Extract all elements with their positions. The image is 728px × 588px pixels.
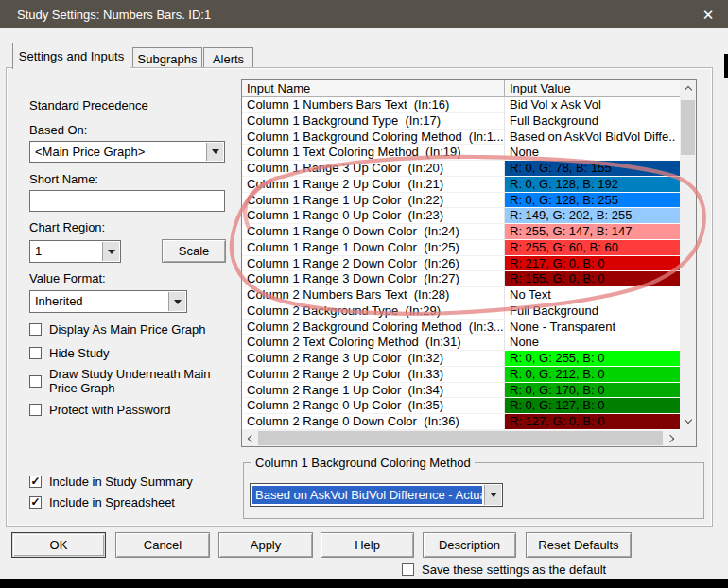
scroll-left-icon[interactable]	[242, 430, 258, 446]
coloring-method-selected-value: Based on AskVol BidVol Difference - Actu…	[252, 486, 482, 504]
table-row[interactable]: Column 2 Numbers Bars Text (In:28)No Tex…	[242, 287, 680, 303]
value-format-label: Value Format:	[29, 271, 106, 285]
input-value-cell: R: 217, G: 0, B: 0	[505, 256, 680, 272]
table-row[interactable]: Column 1 Range 2 Down Color (In:26)R: 21…	[242, 256, 680, 272]
short-name-input[interactable]	[29, 190, 225, 212]
checkbox-icon[interactable]	[29, 476, 42, 488]
input-value-cell: None - Transparent	[505, 320, 680, 336]
table-row[interactable]: Column 2 Range 3 Up Color (In:32)R: 0, G…	[242, 351, 680, 367]
input-value-cell: R: 255, G: 60, B: 60	[505, 240, 680, 256]
tab-settings-and-inputs[interactable]: Settings and Inputs	[12, 43, 130, 69]
table-row[interactable]: Column 2 Range 1 Up Color (In:34)R: 0, G…	[242, 383, 680, 399]
save-default-checkbox[interactable]: Save these settings as the default	[402, 562, 606, 577]
vertical-scroll-thumb[interactable]	[681, 100, 695, 155]
based-on-value: <Main Price Graph>	[35, 145, 205, 159]
checkbox-protect-with-password[interactable]: Protect with Password	[29, 403, 171, 417]
cancel-button[interactable]: Cancel	[115, 532, 210, 558]
input-name-cell: Column 2 Range 0 Down Color (In:36)	[242, 414, 505, 430]
input-name-cell: Column 2 Numbers Bars Text (In:28)	[242, 287, 505, 303]
input-value-cell: None	[505, 145, 680, 161]
checkbox-icon[interactable]	[402, 563, 414, 576]
checkbox-display-as-main-price-graph[interactable]: Display As Main Price Graph	[29, 322, 205, 337]
input-name-cell: Column 1 Range 0 Up Color (In:23)	[242, 208, 505, 224]
inputs-table-header: Input Name Input Value	[242, 80, 680, 97]
input-value-cell: R: 0, G: 127, B: 0	[505, 398, 680, 414]
input-value-cell: R: 155, G: 0, B: 0	[505, 271, 680, 287]
table-row[interactable]: Column 2 Background Type (In:29)Full Bac…	[242, 303, 680, 320]
input-value-cell: R: 127, G: 0, B: 0	[505, 414, 680, 430]
column-header-input-name[interactable]: Input Name	[242, 80, 505, 96]
dialog-title: Study Settings: Numbers Bars. ID:1	[17, 8, 211, 22]
horizontal-scrollbar[interactable]	[242, 430, 680, 446]
checkbox-include-in-spreadsheet[interactable]: Include in Spreadsheet	[29, 495, 175, 510]
scroll-right-icon[interactable]	[664, 430, 680, 446]
scroll-up-icon[interactable]	[680, 80, 696, 96]
table-row[interactable]: Column 2 Range 0 Up Color (In:35)R: 0, G…	[242, 398, 680, 414]
table-row[interactable]: Column 1 Numbers Bars Text (In:16)Bid Vo…	[242, 97, 680, 113]
table-row[interactable]: Column 2 Text Coloring Method (In:31)Non…	[242, 335, 680, 351]
apply-button[interactable]: Apply	[218, 532, 313, 558]
table-row[interactable]: Column 2 Range 0 Down Color (In:36)R: 12…	[242, 414, 680, 430]
checkbox-include-in-study-summary[interactable]: Include in Study Summary	[29, 475, 193, 489]
input-name-cell: Column 1 Range 2 Up Color (In:21)	[242, 177, 505, 193]
input-name-cell: Column 1 Range 3 Up Color (In:20)	[242, 161, 505, 177]
checkbox-label: Include in Spreadsheet	[49, 495, 175, 510]
input-name-cell: Column 1 Range 0 Down Color (In:24)	[242, 224, 505, 240]
table-row[interactable]: Column 2 Background Coloring Method (In:…	[242, 320, 680, 336]
dropdown-arrow-icon[interactable]	[168, 292, 185, 311]
input-value-cell: Full Background	[505, 303, 680, 320]
tab-alerts[interactable]: Alerts	[203, 47, 253, 69]
dropdown-arrow-icon[interactable]	[206, 143, 223, 161]
table-row[interactable]: Column 1 Background Coloring Method (In:…	[242, 130, 680, 146]
table-row[interactable]: Column 1 Text Coloring Method (In:19)Non…	[242, 145, 680, 161]
checkbox-label: Protect with Password	[49, 403, 171, 417]
checkbox-icon[interactable]	[29, 323, 42, 336]
table-row[interactable]: Column 1 Range 3 Down Color (In:27)R: 15…	[242, 271, 680, 287]
vertical-scrollbar[interactable]	[680, 80, 696, 446]
input-value-cell: R: 0, G: 170, B: 0	[505, 383, 680, 399]
table-row[interactable]: Column 1 Range 3 Up Color (In:20)R: 0, G…	[242, 161, 680, 177]
checkbox-icon[interactable]	[29, 347, 42, 359]
dropdown-arrow-icon[interactable]	[484, 485, 501, 505]
inputs-table-rows: Column 1 Numbers Bars Text (In:16)Bid Vo…	[242, 97, 680, 430]
input-value-cell: None	[505, 335, 680, 351]
table-row[interactable]: Column 1 Range 2 Up Color (In:21)R: 0, G…	[242, 177, 680, 193]
column-header-input-value[interactable]: Input Value	[505, 80, 680, 96]
ok-button[interactable]: OK	[11, 532, 106, 558]
dropdown-arrow-icon[interactable]	[102, 242, 119, 261]
input-name-cell: Column 2 Range 1 Up Color (In:34)	[242, 383, 505, 399]
scroll-down-icon[interactable]	[680, 412, 696, 428]
input-name-cell: Column 2 Range 2 Up Color (In:33)	[242, 367, 505, 383]
checkbox-icon[interactable]	[29, 404, 42, 416]
table-row[interactable]: Column 1 Range 1 Down Color (In:25)R: 25…	[242, 240, 680, 256]
checkbox-label: Display As Main Price Graph	[49, 322, 205, 337]
coloring-method-dropdown[interactable]: Based on AskVol BidVol Difference - Actu…	[250, 483, 503, 507]
input-value-cell: R: 0, G: 212, B: 0	[505, 367, 680, 383]
input-value-cell: No Text	[505, 287, 680, 303]
table-row[interactable]: Column 2 Range 2 Up Color (In:33)R: 0, G…	[242, 367, 680, 383]
checkbox-icon[interactable]	[29, 496, 42, 509]
horizontal-scroll-thumb[interactable]	[258, 431, 663, 445]
scale-button[interactable]: Scale	[162, 239, 226, 263]
value-format-value: Inherited	[35, 294, 167, 308]
table-row[interactable]: Column 1 Background Type (In:17)Full Bac…	[242, 113, 680, 130]
checkbox-icon[interactable]	[29, 375, 42, 388]
background-window-sliver	[724, 54, 728, 78]
description-button[interactable]: Description	[423, 532, 516, 558]
reset-defaults-button[interactable]: Reset Defaults	[526, 532, 632, 558]
chart-region-dropdown[interactable]: 1	[29, 240, 121, 263]
table-row[interactable]: Column 1 Range 1 Up Color (In:22)R: 0, G…	[242, 193, 680, 209]
checkbox-draw-study-underneath-main-price-graph[interactable]: Draw Study Underneath Main Price Graph	[29, 367, 216, 395]
table-row[interactable]: Column 1 Range 0 Down Color (In:24)R: 25…	[242, 224, 680, 240]
input-name-cell: Column 2 Background Coloring Method (In:…	[242, 320, 505, 336]
based-on-dropdown[interactable]: <Main Price Graph>	[29, 141, 225, 163]
checkbox-hide-study[interactable]: Hide Study	[29, 346, 110, 360]
value-format-dropdown[interactable]: Inherited	[29, 290, 187, 313]
coloring-method-groupbox: Column 1 Background Coloring Method Base…	[243, 462, 704, 519]
table-row[interactable]: Column 1 Range 0 Up Color (In:23)R: 149,…	[242, 208, 680, 224]
checkbox-label: Hide Study	[49, 346, 110, 360]
help-button[interactable]: Help	[321, 532, 414, 558]
close-icon[interactable]: ✕	[696, 5, 720, 25]
input-name-cell: Column 1 Text Coloring Method (In:19)	[242, 145, 505, 161]
tab-subgraphs[interactable]: Subgraphs	[132, 47, 202, 69]
